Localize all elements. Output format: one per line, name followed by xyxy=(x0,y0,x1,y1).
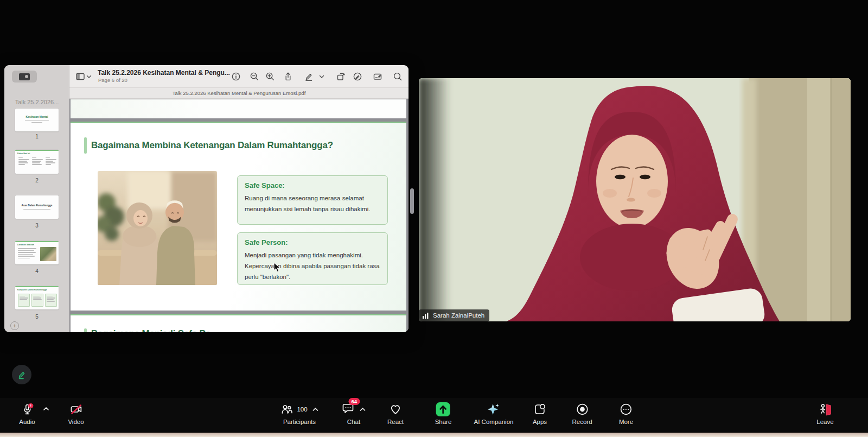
audio-button[interactable]: ! Audio xyxy=(19,401,35,425)
participant-name-tag: Sarah ZainalPuteh xyxy=(419,309,489,321)
sidebar-doc-label: Talk 25.2.2026... xyxy=(4,99,69,105)
document-title: Talk 25.2.2026 Kesihatan Mental & Pengu.… xyxy=(98,69,230,77)
thumb-number: 3 xyxy=(4,223,69,229)
presenter-view-button[interactable] xyxy=(12,71,37,83)
record-button[interactable]: Record xyxy=(572,401,592,425)
more-ellipsis-icon xyxy=(620,403,633,416)
pdf-main-area: Talk 25.2.2026 Kesihatan Mental & Pengu.… xyxy=(69,65,409,332)
slide-thumbnail-4[interactable]: Landasan Sakinah xyxy=(15,241,59,264)
screen-person-icon xyxy=(19,73,30,80)
safe-space-box: Safe Space: Ruang di mana seseorang mera… xyxy=(237,175,388,225)
title-accent-bar xyxy=(84,328,87,332)
react-button[interactable]: React xyxy=(387,401,404,425)
rotate-icon[interactable] xyxy=(335,71,346,82)
pdf-sidebar: Talk 25.2.2026... Kesihatan Mental 1 Fok… xyxy=(4,65,69,332)
pdf-page-area[interactable]: Bagaimana Membina Ketenangan Dalam Rumah… xyxy=(69,99,409,332)
box-body: Ruang di mana seseorang merasa selamat m… xyxy=(245,193,380,214)
annotate-button[interactable] xyxy=(12,365,31,384)
camera-off-icon xyxy=(69,403,82,416)
audio-options-chevron[interactable] xyxy=(42,407,49,411)
fill-form-icon[interactable] xyxy=(372,71,383,82)
thumb-number: 5 xyxy=(4,314,69,320)
chevron-up-icon[interactable] xyxy=(312,407,319,411)
slide-title: Bagaimana Membina Ketenangan Dalam Rumah… xyxy=(91,140,333,151)
video-button[interactable]: Video xyxy=(68,401,84,425)
ai-companion-button[interactable]: AI Companion xyxy=(474,401,514,425)
apps-button[interactable]: Apps xyxy=(533,401,547,425)
pencil-icon xyxy=(17,370,27,379)
box-heading: Safe Person: xyxy=(245,238,380,246)
thumb-number: 2 xyxy=(4,178,69,183)
speaker-video-frame xyxy=(419,78,851,321)
next-page-fragment: Bagaimana Menjadi Safe Pe xyxy=(71,314,406,332)
participants-count: 100 xyxy=(297,406,307,413)
chevron-up-icon[interactable] xyxy=(360,407,366,411)
info-icon[interactable] xyxy=(231,71,241,82)
pdf-viewer-window: Talk 25.2.2026... Kesihatan Mental 1 Fok… xyxy=(4,65,409,332)
markup-pencil-icon[interactable] xyxy=(303,71,314,82)
mouse-cursor xyxy=(273,262,281,275)
heart-icon xyxy=(388,403,403,416)
zoom-in-icon[interactable] xyxy=(265,71,276,82)
add-page-button[interactable]: + xyxy=(10,321,19,330)
thumb-number: 1 xyxy=(4,134,69,140)
current-slide-page: Bagaimana Membina Ketenangan Dalam Rumah… xyxy=(71,122,406,311)
participant-name: Sarah ZainalPuteh xyxy=(433,312,484,319)
audio-level-icon xyxy=(423,312,430,319)
leave-door-icon xyxy=(818,403,832,416)
zoom-out-icon[interactable] xyxy=(249,71,260,82)
participants-icon xyxy=(280,403,293,416)
thumb-photo xyxy=(40,247,56,261)
more-button[interactable]: More xyxy=(619,401,633,425)
share-screen-icon xyxy=(436,402,451,417)
sign-icon[interactable] xyxy=(352,71,363,82)
sidebar-toggle-icon[interactable] xyxy=(75,71,86,82)
search-icon[interactable] xyxy=(392,71,403,82)
slide-thumbnail-2[interactable]: Fokus Hari Ini xyxy=(15,150,59,174)
meeting-controls-bar: ! Audio Video xyxy=(0,398,868,433)
filename-bar: Talk 25.2.2026 Kesihatan Mental & Pengur… xyxy=(69,88,409,99)
scrollbar-thumb[interactable] xyxy=(410,188,414,214)
slide-thumbnail-5[interactable]: Komponen Utama Rumahtangga xyxy=(15,286,59,309)
slide-thumbnail-3[interactable]: Asas Dalam Rumahtangga xyxy=(15,195,59,219)
background-window-edge xyxy=(0,433,868,437)
chat-unread-badge: 64 xyxy=(349,398,360,405)
box-heading: Safe Space: xyxy=(245,181,380,189)
microphone-icon: ! xyxy=(21,403,34,416)
record-icon xyxy=(576,403,589,416)
slide-photo-couple xyxy=(98,171,217,285)
thumb-number: 4 xyxy=(4,268,69,274)
slide-thumbnail-1[interactable]: Kesihatan Mental xyxy=(15,109,59,131)
chevron-up-icon xyxy=(43,407,49,411)
audio-alert-badge: ! xyxy=(30,403,31,408)
next-slide-title-clipped: Bagaimana Menjadi Safe Pe xyxy=(91,328,210,332)
apps-icon xyxy=(533,403,546,416)
box-body: Menjadi pasangan yang tidak menghakimi. … xyxy=(245,250,380,282)
share-button[interactable]: Share xyxy=(435,401,452,425)
zoom-meeting-screen: Talk 25.2.2026... Kesihatan Mental 1 Fok… xyxy=(0,0,868,437)
speaker-video-tile: Sarah ZainalPuteh xyxy=(419,78,851,321)
previous-page-fragment xyxy=(71,99,406,118)
ai-sparkle-icon xyxy=(487,402,501,416)
chevron-down-icon[interactable] xyxy=(318,71,325,82)
safe-person-box: Safe Person: Menjadi pasangan yang tidak… xyxy=(237,232,388,285)
chevron-down-icon[interactable] xyxy=(86,71,92,82)
chat-button[interactable]: 64 Chat xyxy=(342,401,366,425)
preview-toolbar: Talk 25.2.2026 Kesihatan Mental & Pengu.… xyxy=(69,65,409,88)
participants-button[interactable]: 100 Participants xyxy=(280,401,318,425)
title-accent-bar xyxy=(84,137,87,154)
share-export-icon[interactable] xyxy=(283,71,293,82)
page-indicator: Page 6 of 20 xyxy=(98,77,127,83)
leave-button[interactable]: Leave xyxy=(816,401,833,425)
